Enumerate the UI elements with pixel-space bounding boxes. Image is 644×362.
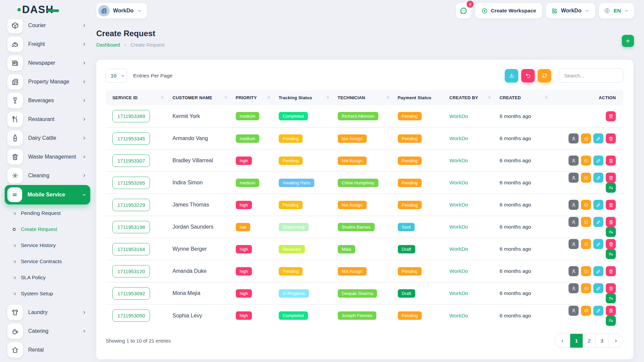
service-id-badge[interactable]: 1711953345 (112, 132, 150, 145)
edit-button[interactable] (593, 133, 603, 143)
assign-button[interactable] (569, 133, 579, 143)
created-by-link[interactable]: WorkDo (449, 290, 468, 296)
reset-button[interactable] (521, 69, 535, 82)
view-button[interactable] (581, 173, 591, 183)
delete-button[interactable] (606, 217, 616, 227)
delete-button[interactable] (606, 133, 616, 143)
view-button[interactable] (581, 133, 591, 143)
service-id-badge[interactable]: 1711953265 (112, 177, 150, 189)
sidebar-item-laundry[interactable]: Laundry (5, 303, 90, 322)
page-1-button[interactable]: 1 (570, 334, 583, 348)
invoice-button[interactable] (606, 249, 616, 259)
edit-button[interactable] (593, 200, 603, 210)
sort-icon[interactable] (385, 95, 390, 101)
edit-button[interactable] (593, 239, 603, 249)
assign-button[interactable] (569, 173, 579, 183)
workspace-selector[interactable]: WorkDo (96, 3, 147, 18)
delete-button[interactable] (606, 266, 616, 276)
service-id-badge[interactable]: 1711953092 (112, 287, 150, 300)
invoice-button[interactable] (606, 227, 616, 237)
sidebar-item-restaurant[interactable]: Restaurant (5, 110, 90, 129)
sidebar-item-cleaning[interactable]: Cleaning (5, 166, 90, 185)
edit-button[interactable] (593, 283, 603, 293)
created-by-link[interactable]: WorkDo (449, 180, 468, 185)
sidebar-item-catering[interactable]: Catering (5, 322, 90, 341)
edit-button[interactable] (593, 173, 603, 183)
delete-button[interactable] (606, 306, 616, 316)
sort-icon[interactable] (223, 95, 228, 101)
sidebar-subitem-pending-request[interactable]: Pending Request (5, 205, 90, 221)
sidebar-subitem-service-contracts[interactable]: Service Contracts (5, 253, 90, 269)
view-button[interactable] (581, 306, 591, 316)
invoice-button[interactable] (606, 316, 616, 326)
service-id-badge[interactable]: 1711953229 (112, 199, 150, 211)
sidebar-item-property-manage[interactable]: Property Manage (5, 72, 90, 91)
view-button[interactable] (581, 283, 591, 293)
service-id-badge[interactable]: 1711953198 (112, 221, 150, 233)
sidebar-item-dairy-cattle[interactable]: Dairy Cattle (5, 129, 90, 147)
delete-button[interactable] (606, 200, 616, 210)
language-selector[interactable]: EN (599, 3, 634, 18)
assign-button[interactable] (569, 266, 579, 276)
sidebar-subitem-create-request[interactable]: Create Request (5, 221, 90, 237)
sidebar-item-rental[interactable]: Rental (5, 341, 90, 359)
edit-button[interactable] (593, 156, 603, 166)
prev-page-button[interactable] (555, 334, 570, 348)
delete-button[interactable] (606, 239, 616, 249)
view-button[interactable] (581, 217, 591, 227)
column-header-created[interactable]: CREATED (497, 90, 554, 105)
created-by-link[interactable]: WorkDo (449, 313, 468, 318)
edit-button[interactable] (593, 306, 603, 316)
sidebar-item-newspaper[interactable]: Newspaper (5, 54, 90, 72)
column-header-created-by[interactable]: CREATED BY (447, 90, 497, 105)
sidebar-item-beverages[interactable]: Beverages (5, 91, 90, 110)
edit-button[interactable] (593, 217, 603, 227)
refresh-button[interactable] (538, 69, 551, 82)
add-request-button[interactable] (622, 35, 634, 47)
sort-icon[interactable] (487, 95, 492, 101)
messages-button[interactable]: 0 (456, 3, 471, 18)
sort-icon[interactable] (544, 95, 549, 101)
created-by-link[interactable]: WorkDo (449, 202, 468, 207)
view-button[interactable] (581, 200, 591, 210)
column-header-priority[interactable]: PRIORITY (233, 90, 276, 105)
view-button[interactable] (581, 266, 591, 276)
assign-button[interactable] (569, 283, 579, 293)
sidebar-item-waste-management[interactable]: Waste Management (5, 147, 90, 166)
assign-button[interactable] (569, 200, 579, 210)
view-button[interactable] (581, 156, 591, 166)
delete-button[interactable] (606, 283, 616, 293)
column-header-service-id[interactable]: SERVICE ID (106, 90, 170, 105)
sidebar-subitem-system-setup[interactable]: System Setup (5, 286, 90, 302)
invoice-button[interactable] (606, 183, 616, 193)
delete-button[interactable] (606, 173, 616, 183)
workdo-apps-menu[interactable]: WorkDo (546, 3, 595, 18)
sidebar-item-freight[interactable]: Freight (5, 35, 90, 54)
search-input[interactable] (559, 68, 623, 83)
breadcrumb-dashboard-link[interactable]: Dashboard (96, 42, 120, 48)
export-button[interactable] (505, 69, 518, 82)
entries-per-page-select[interactable]: 10 (106, 69, 127, 83)
column-header-tracking-status[interactable]: Tracking Status (276, 90, 335, 105)
brand-logo[interactable]: DASH (17, 4, 59, 16)
sidebar-item-mobile-service[interactable]: Mobile Service (5, 185, 90, 204)
create-workspace-button[interactable]: Create Workspace (475, 3, 542, 18)
sidebar-subitem-sla-policy[interactable]: SLA Policy (5, 269, 90, 286)
service-id-badge[interactable]: 1711953307 (112, 155, 150, 167)
assign-button[interactable] (569, 156, 579, 166)
page-3-button[interactable]: 3 (595, 334, 608, 348)
created-by-link[interactable]: WorkDo (449, 113, 468, 119)
created-by-link[interactable]: WorkDo (449, 158, 468, 163)
assign-button[interactable] (569, 306, 579, 316)
sort-icon[interactable] (325, 95, 330, 101)
page-2-button[interactable]: 2 (583, 334, 595, 348)
created-by-link[interactable]: WorkDo (449, 268, 468, 274)
sort-icon[interactable] (266, 95, 271, 101)
created-by-link[interactable]: WorkDo (449, 224, 468, 230)
service-id-badge[interactable]: 1711953164 (112, 243, 150, 255)
delete-button[interactable] (606, 111, 616, 121)
service-id-badge[interactable]: 1711953389 (112, 110, 150, 122)
sort-icon[interactable] (160, 95, 165, 101)
edit-button[interactable] (593, 266, 603, 276)
delete-button[interactable] (606, 156, 616, 166)
